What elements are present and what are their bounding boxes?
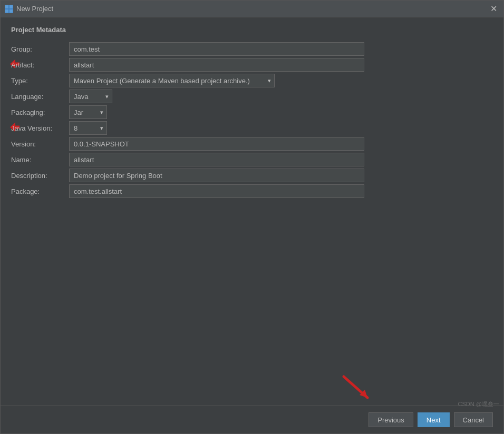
language-select[interactable]: Java Kotlin Groovy — [70, 90, 112, 103]
package-input[interactable] — [69, 184, 364, 198]
language-row: Language: Java Kotlin Groovy — [11, 90, 493, 103]
svg-rect-2 — [5, 9, 8, 13]
description-row: Description: — [11, 169, 493, 182]
dialog-footer: Previous Next Cancel — [1, 406, 503, 433]
name-field — [69, 153, 493, 166]
packaging-label: Packaging: — [11, 108, 69, 116]
cancel-button[interactable]: Cancel — [454, 412, 493, 427]
language-select-wrapper: Java Kotlin Groovy — [69, 90, 112, 103]
type-select[interactable]: Maven Project (Generate a Maven based pr… — [70, 74, 274, 87]
group-field — [69, 42, 493, 56]
group-input[interactable] — [69, 42, 364, 56]
version-row: Version: — [11, 137, 493, 151]
group-label: Group: — [11, 45, 69, 53]
name-input[interactable] — [69, 153, 364, 166]
app-icon — [5, 5, 13, 13]
java-version-field: 8 11 17 21 — [69, 121, 493, 135]
packaging-select[interactable]: Jar War — [70, 106, 106, 119]
java-version-select-wrapper: 8 11 17 21 — [69, 121, 107, 135]
package-field — [69, 184, 493, 198]
dialog-content: Project Metadata Group: Artifact: — [1, 17, 503, 406]
close-button[interactable]: ✕ — [488, 5, 499, 13]
group-row: Group: — [11, 42, 493, 56]
package-label: Package: — [11, 188, 69, 195]
packaging-field: Jar War — [69, 105, 493, 119]
artifact-row: Artifact: — [11, 58, 493, 72]
description-field — [69, 169, 493, 182]
packaging-row: Packaging: Jar War — [11, 105, 493, 119]
package-row: Package: — [11, 184, 493, 198]
java-version-row: Java Version: 8 11 17 21 — [11, 121, 493, 135]
language-field: Java Kotlin Groovy — [69, 90, 493, 103]
java-version-select[interactable]: 8 11 17 21 — [70, 122, 106, 134]
type-field: Maven Project (Generate a Maven based pr… — [69, 74, 493, 87]
name-label: Name: — [11, 156, 69, 164]
section-title: Project Metadata — [11, 26, 493, 34]
packaging-select-wrapper: Jar War — [69, 105, 107, 119]
description-input[interactable] — [69, 169, 364, 182]
artifact-field — [69, 58, 493, 72]
watermark: CSDN @嘿叁一 — [458, 400, 499, 408]
name-row: Name: — [11, 153, 493, 166]
title-bar: New Project ✕ — [1, 1, 503, 17]
new-project-dialog: New Project ✕ Project Metadata Group: — [0, 0, 504, 434]
next-button[interactable]: Next — [418, 412, 450, 427]
title-bar-left: New Project — [5, 5, 53, 13]
java-version-label: Java Version: — [11, 124, 69, 132]
type-select-wrapper: Maven Project (Generate a Maven based pr… — [69, 74, 275, 87]
language-label: Language: — [11, 93, 69, 101]
dialog-title: New Project — [16, 5, 53, 13]
svg-rect-0 — [5, 5, 8, 8]
description-label: Description: — [11, 172, 69, 180]
type-row: Type: Maven Project (Generate a Maven ba… — [11, 74, 493, 87]
svg-rect-3 — [9, 9, 13, 13]
svg-rect-1 — [9, 5, 13, 8]
artifact-label: Artifact: — [11, 61, 69, 69]
previous-button[interactable]: Previous — [369, 412, 413, 427]
version-input[interactable] — [69, 137, 364, 151]
type-label: Type: — [11, 77, 69, 85]
version-field — [69, 137, 493, 151]
version-label: Version: — [11, 140, 69, 148]
artifact-input[interactable] — [69, 58, 364, 72]
